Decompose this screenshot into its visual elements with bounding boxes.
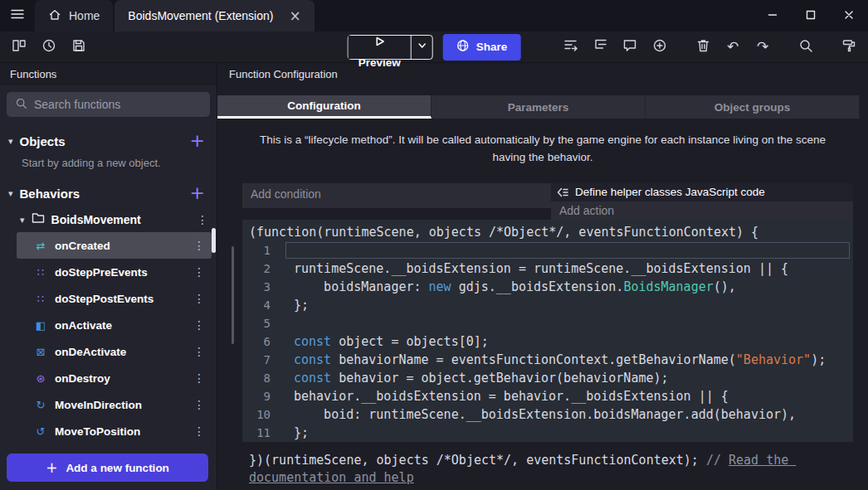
project-manager-button[interactable] — [10, 38, 28, 56]
add-function-button[interactable]: + Add a new function — [7, 454, 208, 482]
app-menu-button[interactable] — [0, 0, 35, 32]
history-button[interactable] — [40, 38, 58, 56]
js-code-editor[interactable]: (function(runtimeScene, objects /*Object… — [242, 220, 853, 442]
redo-button[interactable]: ↷ — [753, 38, 772, 56]
add-comment-button[interactable] — [621, 38, 639, 56]
tab-home[interactable]: Home — [35, 0, 113, 32]
code-header-line[interactable]: (function(runtimeScene, objects /*Object… — [242, 223, 853, 241]
function-item[interactable]: ⊠onDeActivate⋮ — [17, 338, 212, 365]
add-event-button[interactable] — [561, 38, 579, 56]
lifecycle-description-text: This is a “lifecycle method”. It will be… — [247, 132, 838, 167]
configuration-tabs: Configuration Parameters Object groups — [217, 95, 868, 119]
toolbar: Preview Share ↶ ↷ — [0, 32, 868, 63]
objects-section-header[interactable]: ▾ Objects + — [0, 127, 217, 155]
window-maximize-button[interactable] — [792, 0, 830, 32]
line-number: 7 — [242, 353, 279, 366]
function-menu-button[interactable]: ⋮ — [193, 425, 205, 437]
code-lines: 12runtimeScene.__boidsExtension = runtim… — [242, 241, 853, 442]
save-button[interactable] — [70, 38, 88, 56]
undo-button[interactable]: ↶ — [724, 38, 742, 56]
panel-headers: Functions Function Configuration — [0, 63, 868, 85]
event-block: Add condition Define helper classes Java… — [242, 183, 853, 220]
group-menu-button[interactable]: ⋮ — [197, 214, 208, 226]
search-button[interactable] — [797, 38, 815, 56]
preview-button[interactable]: Preview — [348, 35, 433, 60]
preview-button-label: Preview — [358, 56, 401, 69]
minimize-icon — [768, 8, 778, 23]
do-step-post-events-icon: ∷ — [33, 293, 48, 305]
function-item-label: MoveToPosition — [55, 425, 140, 438]
function-item[interactable]: ◧onActivate⋮ — [17, 312, 212, 338]
function-item[interactable]: ⊛onDestroy⋮ — [17, 365, 212, 391]
code-line[interactable]: 6const object = objects[0]; — [242, 332, 853, 351]
code-line[interactable]: 9behavior.__boidsExtension = behavior.__… — [242, 387, 853, 405]
line-number: 10 — [242, 408, 279, 421]
function-item[interactable]: ∷doStepPostEvents⋮ — [17, 285, 212, 312]
code-line[interactable]: 8const behavior = object.getBehavior(beh… — [242, 369, 853, 387]
behavior-group-label: BoidsMovement — [51, 213, 141, 226]
sidebar-scrollbar-thumb[interactable] — [212, 228, 216, 253]
function-menu-button[interactable]: ⋮ — [193, 293, 205, 304]
code-line[interactable]: 4}; — [242, 296, 853, 314]
tab-parameters[interactable]: Parameters — [432, 95, 646, 119]
function-menu-button[interactable]: ⋮ — [193, 266, 205, 278]
code-line[interactable]: 10 boid: runtimeScene.__boidsExtension.b… — [242, 405, 853, 424]
code-line[interactable]: 3 boidsManager: new gdjs.__boidsExtensio… — [242, 278, 853, 296]
code-line[interactable]: 1 — [242, 241, 853, 260]
delete-button[interactable] — [694, 38, 712, 56]
function-menu-button[interactable]: ⋮ — [193, 399, 205, 410]
comment-icon — [622, 38, 637, 56]
js-event-header[interactable]: Define helper classes JavaScript code — [551, 183, 853, 201]
plus-circle-icon — [652, 38, 667, 56]
add-subevent-button[interactable] — [591, 38, 609, 56]
add-function-button-label: Add a new function — [66, 462, 169, 474]
folder-icon — [32, 212, 45, 227]
share-button[interactable]: Share — [443, 34, 521, 61]
events-sheet: Add condition Define helper classes Java… — [217, 177, 868, 490]
behaviors-section-header[interactable]: ▾ Behaviors + — [0, 179, 217, 207]
tab-object-groups[interactable]: Object groups — [646, 95, 860, 119]
code-line[interactable]: 2runtimeScene.__boidsExtension = runtime… — [242, 260, 853, 278]
function-menu-button[interactable]: ⋮ — [193, 240, 205, 251]
line-number: 1 — [242, 244, 279, 257]
redo-icon: ↷ — [757, 40, 768, 54]
function-item[interactable]: ∷doStepPreEvents⋮ — [17, 259, 212, 285]
function-list: ⇄onCreated⋮∷doStepPreEvents⋮∷doStepPostE… — [0, 232, 217, 444]
search-input[interactable]: Search functions — [7, 92, 210, 117]
theme-button[interactable] — [840, 38, 858, 56]
move-to-position-icon: ↺ — [33, 425, 48, 438]
window-minimize-button[interactable] — [753, 0, 792, 32]
lifecycle-description: This is a “lifecycle method”. It will be… — [217, 119, 868, 177]
function-item-label: onCreated — [55, 240, 110, 252]
function-menu-button[interactable]: ⋮ — [193, 372, 205, 384]
code-line[interactable]: 5 — [242, 314, 853, 332]
add-action-button[interactable]: Add action — [551, 201, 853, 220]
share-button-label: Share — [476, 41, 508, 53]
tab-configuration[interactable]: Configuration — [217, 95, 432, 119]
behavior-group-row[interactable]: ▾ BoidsMovement ⋮ — [0, 207, 217, 232]
preview-dropdown-button[interactable] — [411, 36, 432, 59]
function-item[interactable]: ↺MoveToPosition⋮ — [17, 418, 212, 444]
add-other-event-button[interactable] — [651, 38, 669, 56]
window-close-button[interactable] — [830, 0, 868, 32]
close-tab-icon[interactable]: × — [289, 9, 300, 23]
function-item[interactable]: ↻MoveInDirection⋮ — [17, 391, 212, 418]
function-menu-button[interactable]: ⋮ — [193, 346, 205, 357]
line-number: 6 — [242, 335, 279, 348]
function-item-label: doStepPreEvents — [55, 266, 148, 279]
globe-icon — [456, 39, 470, 55]
panels-icon — [12, 38, 27, 56]
add-object-button[interactable]: + — [190, 132, 205, 150]
code-line[interactable]: 7const behaviorName = eventsFunctionCont… — [242, 351, 853, 369]
objects-section-label: Objects — [20, 134, 66, 148]
code-footer-line: })(runtimeScene, objects /*Object*/, eve… — [242, 452, 853, 487]
function-item[interactable]: ⇄onCreated⋮ — [17, 232, 212, 259]
function-menu-button[interactable]: ⋮ — [193, 319, 205, 331]
save-icon — [71, 38, 86, 56]
code-line[interactable]: 11}; — [242, 424, 853, 442]
tab-extension[interactable]: BoidsMovement (Extension) × — [115, 0, 314, 32]
paint-roller-icon — [841, 38, 856, 56]
add-behavior-button[interactable]: + — [190, 184, 205, 202]
events-scrollbar-thumb[interactable] — [232, 246, 234, 344]
add-condition-button[interactable]: Add condition — [242, 183, 551, 208]
